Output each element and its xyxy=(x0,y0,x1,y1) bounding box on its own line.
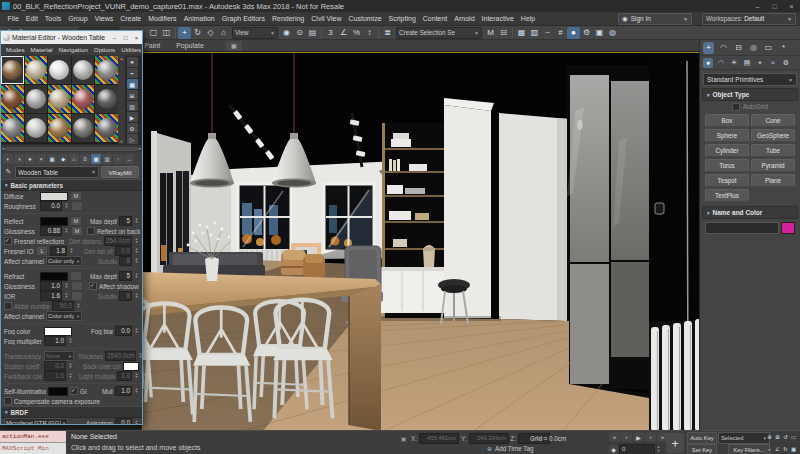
material-swatch-13[interactable] xyxy=(48,114,71,142)
spinner[interactable]: ▲▼ xyxy=(134,388,139,395)
material-swatch-12[interactable] xyxy=(25,114,48,142)
object-name-input[interactable] xyxy=(705,222,779,234)
menu-graph-editors[interactable]: Graph Editors xyxy=(218,15,268,22)
material-swatch-7[interactable] xyxy=(25,85,48,113)
fog-bias-field[interactable]: 0.0 xyxy=(115,326,132,336)
menu-animation[interactable]: Animation xyxy=(180,15,218,22)
sample-uv-tiling-icon[interactable]: ⊞ xyxy=(127,90,138,100)
frame-spinner[interactable]: ▲▼ xyxy=(656,446,661,453)
set-key-button[interactable]: Set Key xyxy=(687,444,717,454)
refract-max-depth-field[interactable]: 5 xyxy=(119,271,132,281)
minimize-button[interactable]: – xyxy=(749,0,766,12)
param-field[interactable]: 50.0 xyxy=(52,301,74,311)
render-production-icon[interactable]: ◍ xyxy=(606,27,619,39)
primitive-category-dropdown[interactable]: Standard Primitives▼ xyxy=(703,73,797,86)
subtab-geometry[interactable]: ● xyxy=(703,58,713,68)
param-field[interactable]: 1.0 xyxy=(117,371,132,381)
menu-rendering[interactable]: Rendering xyxy=(268,15,307,22)
select-and-move-icon[interactable]: + xyxy=(178,27,191,39)
menu-help[interactable]: Help xyxy=(517,15,538,22)
spinner-snap-icon[interactable]: ↕ xyxy=(363,27,376,39)
maximize-viewport-toggle-icon[interactable]: ▣ xyxy=(790,444,797,454)
refract-ior-field[interactable]: 1.6 xyxy=(40,291,62,301)
fresnel-reflections-checkbox[interactable] xyxy=(4,237,12,245)
param-button[interactable] xyxy=(71,281,83,291)
key-mode-toggle-icon[interactable]: ◆ xyxy=(609,445,618,454)
material-swatch-5[interactable] xyxy=(95,56,118,84)
diffuse-color-swatch[interactable] xyxy=(40,192,68,201)
select-and-rotate-icon[interactable]: ↻ xyxy=(191,27,204,39)
pick-material-eyedropper-icon[interactable]: ✎ xyxy=(4,167,13,177)
background-icon[interactable]: ▦ xyxy=(127,79,138,89)
orbit-icon[interactable]: ↻ xyxy=(782,444,789,454)
render-setup-icon[interactable]: ⚙ xyxy=(580,27,593,39)
tab-modify[interactable]: ◠ xyxy=(718,42,729,54)
tab-hierarchy[interactable]: ⊟ xyxy=(733,42,744,54)
material-swatch-9[interactable] xyxy=(72,85,95,113)
material-swatch-11[interactable] xyxy=(1,114,24,142)
menu-customize[interactable]: Customize xyxy=(345,15,385,22)
param-field[interactable]: 8 xyxy=(119,291,132,301)
spinner[interactable]: ▲▼ xyxy=(68,373,73,380)
snaps-toggle-icon[interactable]: 3 xyxy=(324,27,337,39)
menu-views[interactable]: Views xyxy=(91,15,117,22)
swatch-hscrollbar[interactable]: ◂ ▸ xyxy=(1,144,142,152)
zoom-all-icon[interactable]: ⊞ xyxy=(774,432,781,442)
spinner[interactable]: ▲▼ xyxy=(138,353,142,360)
workspaces-dropdown[interactable]: Workspaces: Default ▼ xyxy=(702,13,796,25)
subtab-lights[interactable]: ☀ xyxy=(729,58,739,68)
fresnel-ior-field[interactable]: 1.8 xyxy=(50,246,67,256)
swatch-scrollbar[interactable]: ▲▼ xyxy=(118,56,125,144)
spinner[interactable]: ▲▼ xyxy=(134,328,139,335)
object-type-tube[interactable]: Tube xyxy=(751,144,795,157)
material-swatch-14[interactable] xyxy=(72,114,95,142)
close-button[interactable]: × xyxy=(783,0,800,12)
menu-civil-view[interactable]: Civil View xyxy=(308,15,345,22)
mateditor-minimize-button[interactable]: – xyxy=(109,32,120,43)
rectangular-selection-region-icon[interactable]: ▢ xyxy=(147,27,160,39)
param-field[interactable]: 1.0 xyxy=(44,371,66,381)
ribbon-config-icon[interactable]: ▦ xyxy=(226,41,242,51)
menu-modes[interactable]: Modes xyxy=(3,46,28,53)
menu-edit[interactable]: Edit xyxy=(22,15,41,22)
auto-key-button[interactable]: Auto Key xyxy=(687,432,717,444)
rollout-header-basic-parameters[interactable]: Basic parameters xyxy=(1,179,142,191)
x-coordinate-field[interactable]: -455.451cm xyxy=(419,433,459,444)
object-type-rollout-header[interactable]: Object Type xyxy=(702,88,798,101)
diffuse-map-button[interactable]: M xyxy=(70,191,82,201)
roughness-field[interactable]: 0.0 xyxy=(40,201,62,211)
go-forward-to-sibling-icon[interactable]: → xyxy=(124,154,134,164)
select-and-place-icon[interactable]: ⌂ xyxy=(217,27,230,39)
scroll-right-icon[interactable]: ▸ xyxy=(139,146,141,151)
spinner[interactable]: ▲▼ xyxy=(68,338,73,345)
material-editor-icon[interactable]: ● xyxy=(567,27,580,39)
compensate-exposure-checkbox[interactable] xyxy=(4,397,12,405)
subtab-shapes[interactable]: ◠ xyxy=(716,58,726,68)
backlight-icon[interactable]: ◒ xyxy=(127,68,138,78)
param-button[interactable] xyxy=(71,291,83,301)
gi-checkbox[interactable] xyxy=(70,387,78,395)
get-material-icon[interactable]: ◐ xyxy=(3,154,13,164)
scroll-left-icon[interactable]: ◂ xyxy=(2,146,4,151)
go-to-start-icon[interactable]: « xyxy=(609,432,620,442)
rendered-frame-window-icon[interactable]: ▣ xyxy=(593,27,606,39)
subtab-helpers[interactable]: ⌖ xyxy=(755,58,765,68)
menu-options[interactable]: Options xyxy=(91,46,118,53)
mateditor-close-button[interactable]: × xyxy=(131,32,142,43)
spinner[interactable]: ▲▼ xyxy=(134,373,139,380)
spinner[interactable]: ▲▼ xyxy=(68,363,73,370)
create-key-button[interactable]: + xyxy=(666,433,684,453)
material-type-button[interactable]: VRayMtl xyxy=(101,166,139,178)
current-frame-field[interactable]: 0 xyxy=(619,444,655,454)
zoom-icon[interactable]: ⊕ xyxy=(766,432,773,442)
spinner[interactable]: ▲▼ xyxy=(64,293,69,300)
make-unique-icon[interactable]: ◆ xyxy=(58,154,68,164)
material-swatch-10[interactable] xyxy=(95,85,118,113)
material-name-dropdown[interactable]: Wooden Table▼ xyxy=(15,166,99,178)
spinner[interactable]: ▲▼ xyxy=(134,248,139,255)
menu-utilities[interactable]: Utilities xyxy=(118,46,144,53)
subtab-cameras[interactable]: ▤ xyxy=(742,58,752,68)
spinner[interactable]: ▲▼ xyxy=(134,258,139,265)
self-illumination-mult-field[interactable]: 1.0 xyxy=(115,386,132,396)
make-preview-icon[interactable]: ▶ xyxy=(127,112,138,122)
